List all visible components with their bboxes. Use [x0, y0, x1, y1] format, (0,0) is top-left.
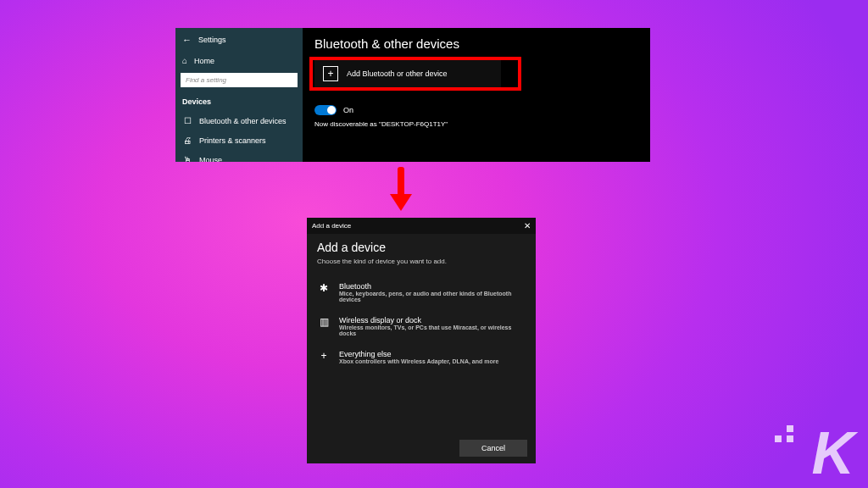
discoverable-status: Now discoverable as "DESKTOP-F6Q1T1Y"	[314, 120, 638, 128]
option-bluetooth-desc: Mice, keyboards, pens, or audio and othe…	[339, 291, 526, 302]
monitor-icon: ▥	[317, 316, 331, 336]
dialog-heading: Add a device	[317, 241, 526, 254]
app-title: Settings	[198, 36, 226, 44]
dialog-body: Add a device Choose the kind of device y…	[307, 234, 536, 433]
dialog-footer: Cancel	[307, 433, 536, 463]
devices-section-header: Devices	[175, 91, 303, 111]
settings-main-pane: Bluetooth & other devices + Add Bluetoot…	[303, 28, 650, 162]
nav-item-mouse[interactable]: 🖱 Mouse	[175, 150, 303, 162]
bluetooth-nav-icon: ☐	[182, 116, 192, 125]
add-device-label: Add Bluetooth or other device	[347, 69, 448, 78]
bluetooth-icon: ✱	[317, 282, 331, 302]
option-everything-else[interactable]: + Everything else Xbox controllers with …	[317, 345, 526, 373]
search-input[interactable]: Find a setting	[181, 73, 298, 87]
back-arrow-icon[interactable]: ←	[182, 35, 192, 45]
instructional-arrow-icon	[390, 167, 410, 213]
close-icon[interactable]: ✕	[524, 221, 531, 230]
option-everything-desc: Xbox controllers with Wireless Adapter, …	[339, 358, 498, 364]
settings-window: ← Settings ⌂ Home Find a setting Devices…	[175, 28, 650, 162]
option-wireless-title: Wireless display or dock	[339, 316, 526, 324]
home-icon: ⌂	[182, 56, 187, 65]
dialog-titlebar: Add a device ✕	[307, 218, 536, 234]
dialog-titlebar-text: Add a device	[312, 222, 351, 230]
option-bluetooth[interactable]: ✱ Bluetooth Mice, keyboards, pens, or au…	[317, 277, 526, 311]
bluetooth-toggle[interactable]	[314, 105, 337, 115]
option-everything-title: Everything else	[339, 350, 498, 358]
home-label: Home	[194, 57, 214, 65]
add-bluetooth-device-button[interactable]: + Add Bluetooth or other device	[314, 59, 501, 88]
cancel-button[interactable]: Cancel	[459, 440, 527, 457]
settings-sidebar: ← Settings ⌂ Home Find a setting Devices…	[175, 28, 303, 162]
printer-icon: 🖨	[182, 136, 192, 145]
plus-icon: +	[323, 66, 338, 81]
nav-home[interactable]: ⌂ Home	[175, 52, 303, 69]
nav-label-bluetooth: Bluetooth & other devices	[199, 117, 287, 125]
toggle-label: On	[343, 106, 353, 114]
brand-logo: K	[811, 424, 854, 483]
logo-dots	[775, 425, 795, 442]
nav-label-printers: Printers & scanners	[199, 136, 266, 145]
nav-label-mouse: Mouse	[199, 156, 222, 163]
settings-titlebar: ← Settings	[175, 31, 303, 52]
page-title: Bluetooth & other devices	[314, 36, 638, 51]
option-wireless-display[interactable]: ▥ Wireless display or dock Wireless moni…	[317, 311, 526, 345]
nav-item-printers[interactable]: 🖨 Printers & scanners	[175, 130, 303, 150]
mouse-icon: 🖱	[182, 155, 192, 162]
plus-icon: +	[317, 350, 331, 364]
option-bluetooth-title: Bluetooth	[339, 282, 526, 291]
nav-item-bluetooth[interactable]: ☐ Bluetooth & other devices	[175, 111, 303, 130]
option-wireless-desc: Wireless monitors, TVs, or PCs that use …	[339, 324, 526, 336]
bluetooth-toggle-row: On	[314, 105, 638, 115]
dialog-subheading: Choose the kind of device you want to ad…	[317, 258, 526, 265]
add-device-dialog: Add a device ✕ Add a device Choose the k…	[307, 218, 536, 463]
